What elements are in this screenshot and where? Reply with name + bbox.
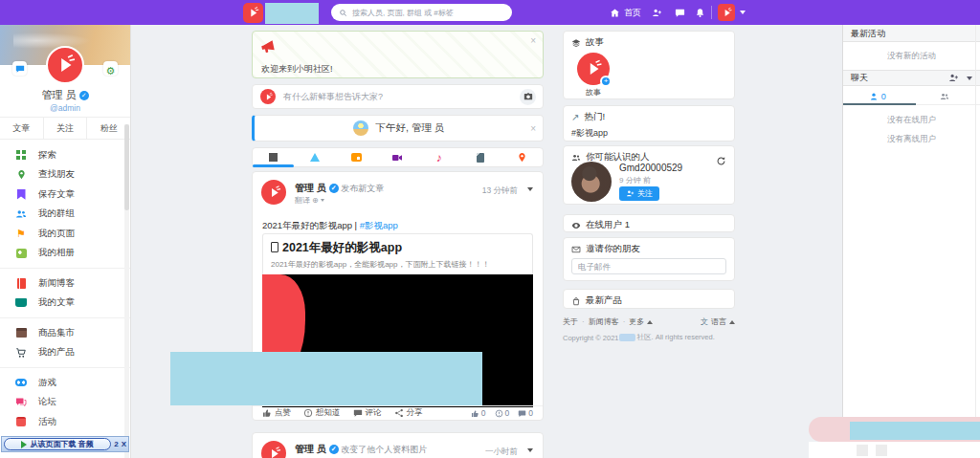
- composer-camera-button[interactable]: [520, 89, 536, 105]
- greeting-card: 下午好, 管理 员: [252, 115, 544, 142]
- feed-tab-files[interactable]: [459, 148, 501, 166]
- sidebar-item-my-products[interactable]: 我的产品: [0, 343, 130, 363]
- sidebar-item-events[interactable]: 活动: [0, 412, 130, 432]
- create-story-item[interactable]: 故事: [575, 53, 612, 98]
- feed-tab-all[interactable]: [253, 148, 294, 166]
- wonder-count: 0: [495, 408, 510, 418]
- hashtag-link[interactable]: #影视app: [360, 220, 398, 230]
- feed-tab-locations[interactable]: [501, 148, 543, 166]
- bookmark-icon: [15, 189, 27, 200]
- latest-products-widget[interactable]: 最新产品: [563, 289, 735, 309]
- download-extension-bar: 从该页面下载 音频 2 X: [1, 436, 129, 452]
- sidebar-item-forum[interactable]: 论坛: [0, 393, 130, 413]
- chat-header: 聊天: [843, 70, 980, 86]
- active-tab-underline: [843, 103, 916, 105]
- banner-close-icon[interactable]: [530, 36, 536, 46]
- invite-title: 邀请你的朋友: [586, 243, 640, 255]
- composer-placeholder[interactable]: 有什么新鲜事想告诉大家?: [283, 91, 520, 103]
- profile-handle[interactable]: @admin: [0, 103, 130, 113]
- download-audio-button[interactable]: 从该页面下载 音频: [4, 438, 111, 450]
- sidebar-item-my-articles[interactable]: 我的文章: [0, 294, 130, 314]
- post-author-name[interactable]: 管理 员: [295, 444, 326, 454]
- search-input[interactable]: [352, 9, 504, 17]
- sidebar-item-games[interactable]: 游戏: [0, 373, 130, 393]
- post-author-avatar[interactable]: [261, 180, 286, 205]
- bell-icon: [695, 8, 705, 18]
- feed-tab-videos[interactable]: [377, 148, 418, 166]
- suggested-user-name[interactable]: Gmd20000529: [619, 163, 682, 173]
- post-author-name[interactable]: 管理 员: [295, 183, 326, 193]
- sidebar-item-my-albums[interactable]: 我的相册: [0, 244, 130, 264]
- online-users-widget[interactable]: 在线用户 1: [563, 214, 735, 232]
- post-composer[interactable]: 有什么新鲜事想告诉大家?: [252, 84, 544, 109]
- tab-following[interactable]: 关注: [44, 118, 88, 139]
- censor-box-toast: [850, 422, 980, 440]
- sidebar-item-news-blog[interactable]: 新闻博客: [0, 273, 130, 294]
- sidebar-item-marketplace[interactable]: 商品集市: [0, 323, 130, 343]
- welcome-banner-text: 欢迎来到小明社区!: [261, 63, 333, 76]
- grid-icon: [15, 150, 27, 160]
- feed-tab-photos[interactable]: [336, 148, 377, 166]
- sidebar-item-explore[interactable]: 探索: [0, 145, 130, 165]
- storefront-icon: [15, 328, 27, 338]
- feed-tab-announcements[interactable]: [294, 148, 335, 166]
- toast-lower-area: [809, 442, 980, 458]
- share-button[interactable]: 分享: [394, 407, 423, 419]
- site-logo[interactable]: [243, 3, 263, 23]
- chat-tab-users[interactable]: 0: [843, 88, 912, 104]
- chat-tab-groups[interactable]: [912, 88, 980, 104]
- post-options-chevron-icon[interactable]: [527, 448, 533, 452]
- like-button[interactable]: 点赞: [262, 407, 291, 419]
- download-count-badge[interactable]: 2: [114, 440, 118, 448]
- sidebar-item-my-pages[interactable]: 我的页面: [0, 224, 130, 244]
- sidebar-scrollbar[interactable]: [124, 124, 129, 458]
- profile-settings-button[interactable]: [103, 61, 118, 76]
- profile-name[interactable]: 管理 员: [0, 88, 130, 102]
- notifications-button[interactable]: [695, 8, 705, 18]
- user-menu-caret-icon[interactable]: [740, 11, 746, 14]
- suggested-user-avatar[interactable]: [571, 162, 612, 202]
- comment-button[interactable]: 评论: [353, 407, 382, 419]
- article-preview-card[interactable]: 2021年最好的影视app 2021年最好的影视app，全能影视app，下面附上…: [262, 233, 533, 274]
- video-icon: [391, 152, 403, 164]
- download-bar-close-button[interactable]: X: [122, 440, 126, 448]
- footer-link-more[interactable]: 更多: [629, 316, 644, 327]
- feed-tab-music[interactable]: [418, 148, 459, 166]
- sidebar-item-my-groups[interactable]: 我的群组: [0, 205, 130, 225]
- nav-home[interactable]: 首页: [610, 7, 641, 19]
- search-bar[interactable]: [331, 4, 512, 21]
- sidebar-item-find-friends[interactable]: 查找朋友: [0, 165, 130, 185]
- people-you-may-know-widget: 你可能认识的人 Gmd20000529 9 分钟 前 关注: [563, 145, 735, 205]
- menu-divider: [0, 317, 130, 318]
- scrollbar-thumb[interactable]: [124, 124, 129, 210]
- greeting-close-icon[interactable]: [530, 124, 536, 134]
- greeting-text: 下午好, 管理 员: [376, 121, 445, 135]
- footer-link-about[interactable]: 关于: [563, 316, 578, 327]
- invite-email-input[interactable]: [571, 258, 726, 274]
- friend-requests-button[interactable]: [652, 8, 662, 18]
- tab-articles[interactable]: 文章: [0, 118, 44, 139]
- stories-title: 故事: [586, 36, 604, 49]
- thumbs-up-icon: [471, 409, 479, 418]
- post-timestamp: 13 分钟前: [482, 185, 518, 197]
- wonder-button[interactable]: 想知道: [303, 407, 341, 419]
- comment-icon: [518, 409, 526, 418]
- profile-chat-button[interactable]: [12, 61, 27, 76]
- group-add-icon[interactable]: [948, 73, 959, 83]
- user-menu-avatar[interactable]: [718, 4, 735, 21]
- profile-avatar[interactable]: [46, 46, 84, 84]
- follow-button[interactable]: 关注: [619, 186, 659, 201]
- translate-link[interactable]: 翻译: [295, 196, 310, 205]
- post-author-avatar[interactable]: [261, 441, 286, 458]
- footer-link-blog[interactable]: 新闻博客: [589, 316, 619, 327]
- page-footer: 关于· 新闻博客· 更多 语言 Copyright © 2021社区. All …: [563, 316, 735, 342]
- privacy-caret-icon[interactable]: [321, 199, 324, 202]
- post-options-chevron-icon[interactable]: [527, 187, 533, 191]
- sidebar-item-saved-posts[interactable]: 保存文章: [0, 185, 130, 205]
- chat-collapse-chevron-icon[interactable]: [967, 76, 972, 80]
- trending-hashtag[interactable]: #影视app: [571, 127, 608, 140]
- story-avatar: [577, 53, 610, 85]
- refresh-button[interactable]: [716, 152, 726, 169]
- footer-language-menu[interactable]: 语言: [701, 316, 735, 327]
- messages-button[interactable]: [675, 8, 685, 18]
